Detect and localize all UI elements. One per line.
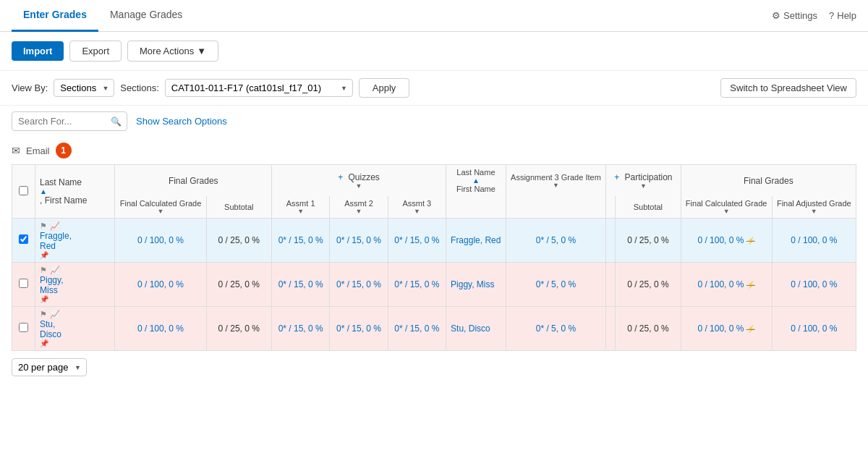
assign3-link[interactable]: 0* / 5, 0 %: [536, 279, 576, 289]
grades-table-wrapper: Last Name ▲ , First Name Final Grades + …: [0, 164, 868, 351]
student-name-link[interactable]: Piggy,: [40, 275, 63, 285]
table-row: ⚑ 📈 Fraggle, Red 📌 0 / 100, 0 % 0 / 25, …: [12, 219, 856, 263]
assmt2-cell[interactable]: 0* / 15, 0 %: [330, 219, 388, 263]
final-calc-cell[interactable]: 0 / 100, 0 %: [115, 219, 206, 263]
assmt1-cell[interactable]: 0* / 15, 0 %: [271, 263, 329, 307]
row-checkbox-cell[interactable]: [12, 307, 35, 351]
final-calc-right-link[interactable]: 0 / 100, 0 %: [697, 323, 744, 334]
assmt1-cell[interactable]: 0* / 15, 0 %: [271, 219, 329, 263]
th-assmt1: Assmt 1 ▼: [271, 196, 329, 219]
email-bar: ✉ Email 1: [0, 137, 868, 164]
apply-button[interactable]: Apply: [359, 78, 410, 98]
student-name-right-link[interactable]: Stu, Disco: [451, 323, 490, 334]
final-calc-link[interactable]: 0 / 100, 0 %: [137, 235, 184, 245]
tab-manage-grades[interactable]: Manage Grades: [98, 0, 194, 32]
final-calc-right-cell[interactable]: 0 / 100, 0 % ⚡: [681, 263, 772, 307]
assmt3-cell[interactable]: 0* / 15, 0 %: [388, 307, 446, 351]
participation-expand-icon[interactable]: +: [614, 172, 619, 182]
th-last-first-name-right: Last Name ▲ First Name: [446, 165, 506, 197]
subtotal-left-cell: 0 / 25, 0 %: [206, 307, 271, 351]
import-button[interactable]: Import: [12, 41, 64, 61]
email-badge[interactable]: 1: [56, 143, 72, 158]
assign3-cell[interactable]: 0* / 5, 0 %: [506, 263, 605, 307]
filter-bar: View By: Sections Sections: CAT101-011-F…: [0, 71, 868, 106]
final-calc-right-link[interactable]: 0 / 100, 0 %: [697, 235, 744, 245]
quizzes-chevron: ▼: [276, 182, 441, 190]
row-checkbox[interactable]: [19, 323, 28, 332]
student-firstname-link[interactable]: Miss: [40, 285, 58, 295]
final-adj-cell[interactable]: 0 / 100, 0 %: [772, 219, 856, 263]
th-participation-subtotal-placeholder: [606, 196, 616, 219]
assmt2-link[interactable]: 0* / 15, 0 %: [336, 279, 381, 289]
final-adj-link[interactable]: 0 / 100, 0 %: [791, 235, 837, 245]
subtotal-left-cell: 0 / 25, 0 %: [206, 263, 271, 307]
row-checkbox-cell[interactable]: [12, 263, 35, 307]
help-link[interactable]: ? Help: [829, 10, 856, 21]
help-icon: ?: [829, 10, 834, 21]
assmt3-link[interactable]: 0* / 15, 0 %: [394, 235, 439, 245]
assmt3-link[interactable]: 0* / 15, 0 %: [394, 323, 439, 334]
student-name-right-link[interactable]: Fraggle, Red: [451, 235, 501, 245]
per-page-select[interactable]: 20 per page: [12, 358, 87, 376]
email-icon: ✉: [12, 145, 20, 156]
assign3-link[interactable]: 0* / 5, 0 %: [536, 323, 576, 334]
gear-icon: ⚙: [772, 10, 780, 21]
quizzes-expand-icon[interactable]: +: [338, 172, 343, 182]
chart-icon: 📈: [50, 310, 60, 319]
last-first-right-cell: Piggy, Miss: [446, 263, 506, 307]
more-actions-button[interactable]: More Actions ▼: [127, 41, 218, 62]
sort-arrow-right: ▲: [451, 177, 501, 185]
assmt3-link[interactable]: 0* / 15, 0 %: [394, 279, 439, 289]
settings-link[interactable]: ⚙ Settings: [772, 10, 817, 21]
final-adj-link[interactable]: 0 / 100, 0 %: [791, 279, 837, 289]
assmt2-link[interactable]: 0* / 15, 0 %: [336, 323, 381, 334]
subtotal-right-cell: 0 / 25, 0 %: [616, 263, 681, 307]
switch-spreadsheet-button[interactable]: Switch to Spreadsheet View: [720, 78, 856, 98]
row-checkbox[interactable]: [19, 234, 28, 244]
row-checkbox[interactable]: [19, 279, 28, 288]
student-pin-icon: 📌: [40, 295, 110, 303]
final-calc-cell[interactable]: 0 / 100, 0 %: [115, 263, 206, 307]
search-input[interactable]: [12, 111, 127, 131]
assmt3-cell[interactable]: 0* / 15, 0 %: [388, 219, 446, 263]
assmt1-cell[interactable]: 0* / 15, 0 %: [271, 307, 329, 351]
export-button[interactable]: Export: [69, 41, 122, 62]
student-firstname-link[interactable]: Disco: [40, 329, 61, 339]
final-calc-link[interactable]: 0 / 100, 0 %: [137, 323, 184, 334]
student-icons: ⚑ 📈: [40, 310, 110, 319]
final-adj-cell[interactable]: 0 / 100, 0 %: [772, 307, 856, 351]
sections-label: Sections:: [120, 82, 158, 93]
tab-enter-grades[interactable]: Enter Grades: [12, 0, 98, 32]
student-name-right-link[interactable]: Piggy, Miss: [451, 279, 494, 289]
assmt2-link[interactable]: 0* / 15, 0 %: [336, 235, 381, 245]
show-search-options-link[interactable]: Show Search Options: [136, 116, 227, 127]
select-all-checkbox[interactable]: [19, 186, 28, 195]
final-calc-right-cell[interactable]: 0 / 100, 0 % ⚡: [681, 219, 772, 263]
row-checkbox-cell[interactable]: [12, 219, 35, 263]
assmt2-cell[interactable]: 0* / 15, 0 %: [330, 263, 388, 307]
student-firstname-link[interactable]: Red: [40, 241, 56, 251]
assmt2-cell[interactable]: 0* / 15, 0 %: [330, 307, 388, 351]
assmt1-link[interactable]: 0* / 15, 0 %: [278, 323, 323, 334]
final-calc-link[interactable]: 0 / 100, 0 %: [137, 279, 184, 289]
th-final-adj: Final Adjusted Grade ▼: [772, 196, 856, 219]
final-calc-right-cell[interactable]: 0 / 100, 0 % ⚡: [681, 307, 772, 351]
participation-cell: [606, 263, 616, 307]
student-name-link[interactable]: Stu,: [40, 319, 55, 329]
final-calc-right-link[interactable]: 0 / 100, 0 %: [697, 279, 744, 289]
assign3-link[interactable]: 0* / 5, 0 %: [536, 235, 576, 245]
assmt3-cell[interactable]: 0* / 15, 0 %: [388, 263, 446, 307]
final-calc-cell[interactable]: 0 / 100, 0 %: [115, 307, 206, 351]
final-adj-link[interactable]: 0 / 100, 0 %: [791, 323, 837, 334]
last-first-right-cell: Fraggle, Red: [446, 219, 506, 263]
assmt1-link[interactable]: 0* / 15, 0 %: [278, 235, 323, 245]
sections-select[interactable]: CAT101-011-F17 (cat101sl_f17_01): [165, 79, 353, 97]
view-by-select[interactable]: Sections: [54, 79, 114, 97]
final-adj-cell[interactable]: 0 / 100, 0 %: [772, 263, 856, 307]
student-name-link[interactable]: Fraggle,: [40, 231, 72, 241]
chart-icon: 📈: [50, 266, 60, 275]
assign3-cell[interactable]: 0* / 5, 0 %: [506, 219, 605, 263]
th-select-all[interactable]: [12, 165, 35, 219]
assmt1-link[interactable]: 0* / 15, 0 %: [278, 279, 323, 289]
assign3-cell[interactable]: 0* / 5, 0 %: [506, 307, 605, 351]
